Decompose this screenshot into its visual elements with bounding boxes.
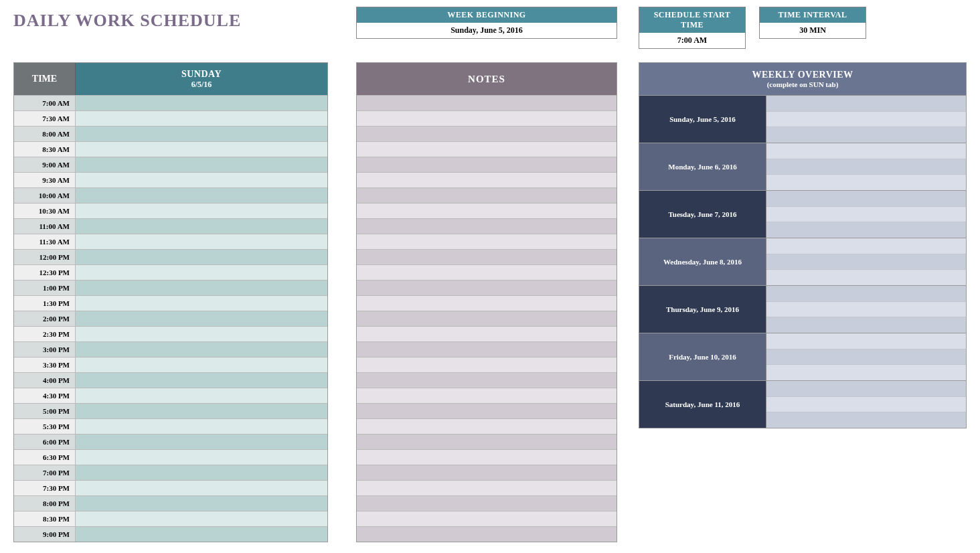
schedule-row: 1:30 PM bbox=[14, 295, 327, 311]
overview-slot[interactable] bbox=[766, 222, 966, 238]
time-interval-value[interactable]: 30 MIN bbox=[760, 23, 866, 38]
event-cell[interactable] bbox=[76, 404, 327, 418]
overview-slot[interactable] bbox=[766, 333, 966, 349]
note-row[interactable] bbox=[357, 311, 617, 326]
event-cell[interactable] bbox=[76, 450, 327, 465]
schedule-row: 12:30 PM bbox=[14, 264, 327, 280]
time-cell: 2:00 PM bbox=[14, 311, 76, 326]
note-row[interactable] bbox=[357, 341, 617, 357]
overview-slot[interactable] bbox=[766, 159, 966, 175]
overview-slot[interactable] bbox=[766, 397, 966, 413]
event-cell[interactable] bbox=[76, 465, 327, 480]
note-row[interactable] bbox=[357, 465, 617, 480]
overview-slot[interactable] bbox=[766, 381, 966, 397]
event-cell[interactable] bbox=[76, 511, 327, 526]
note-row[interactable] bbox=[357, 157, 617, 172]
event-cell[interactable] bbox=[76, 173, 327, 187]
overview-slot[interactable] bbox=[766, 207, 966, 223]
note-row[interactable] bbox=[357, 403, 617, 418]
event-cell[interactable] bbox=[76, 419, 327, 434]
event-cell[interactable] bbox=[76, 219, 327, 234]
overview-slot[interactable] bbox=[766, 127, 966, 143]
overview-row: Saturday, June 11, 2016 bbox=[639, 380, 966, 428]
note-row[interactable] bbox=[357, 280, 617, 295]
event-cell[interactable] bbox=[76, 204, 327, 218]
note-row[interactable] bbox=[357, 434, 617, 449]
overview-slot[interactable] bbox=[766, 175, 966, 190]
event-cell[interactable] bbox=[76, 527, 327, 542]
daily-schedule-table: TIME SUNDAY 6/5/16 7:00 AM7:30 AM8:00 AM… bbox=[13, 62, 328, 542]
time-cell: 1:30 PM bbox=[14, 296, 76, 311]
note-row[interactable] bbox=[357, 126, 617, 141]
event-cell[interactable] bbox=[76, 127, 327, 141]
event-cell[interactable] bbox=[76, 296, 327, 311]
note-row[interactable] bbox=[357, 372, 617, 388]
note-row[interactable] bbox=[357, 526, 617, 542]
overview-date: Tuesday, June 7, 2016 bbox=[639, 191, 766, 238]
time-cell: 8:00 PM bbox=[14, 496, 76, 511]
event-cell[interactable] bbox=[76, 311, 327, 326]
overview-slot[interactable] bbox=[766, 96, 966, 112]
note-row[interactable] bbox=[357, 95, 617, 110]
note-row[interactable] bbox=[357, 141, 617, 157]
notes-header: NOTES bbox=[357, 63, 617, 95]
overview-slot[interactable] bbox=[766, 365, 966, 380]
overview-slot[interactable] bbox=[766, 143, 966, 159]
event-cell[interactable] bbox=[76, 111, 327, 126]
overview-slot[interactable] bbox=[766, 349, 966, 366]
overview-slot[interactable] bbox=[766, 191, 966, 207]
note-row[interactable] bbox=[357, 495, 617, 511]
overview-slots bbox=[766, 143, 966, 190]
event-cell[interactable] bbox=[76, 496, 327, 511]
overview-slot[interactable] bbox=[766, 286, 966, 302]
event-cell[interactable] bbox=[76, 481, 327, 495]
time-interval-label: TIME INTERVAL bbox=[760, 7, 866, 23]
overview-slot[interactable] bbox=[766, 254, 966, 270]
note-row[interactable] bbox=[357, 388, 617, 403]
note-row[interactable] bbox=[357, 110, 617, 126]
note-row[interactable] bbox=[357, 234, 617, 249]
event-cell[interactable] bbox=[76, 434, 327, 449]
event-cell[interactable] bbox=[76, 142, 327, 157]
note-row[interactable] bbox=[357, 172, 617, 187]
time-cell: 11:30 AM bbox=[14, 234, 76, 249]
event-cell[interactable] bbox=[76, 188, 327, 203]
note-row[interactable] bbox=[357, 418, 617, 434]
overview-slot[interactable] bbox=[766, 302, 966, 318]
overview-slot[interactable] bbox=[766, 112, 966, 128]
event-cell[interactable] bbox=[76, 373, 327, 388]
note-row[interactable] bbox=[357, 449, 617, 465]
note-row[interactable] bbox=[357, 511, 617, 526]
note-row[interactable] bbox=[357, 218, 617, 234]
note-row[interactable] bbox=[357, 187, 617, 203]
event-cell[interactable] bbox=[76, 388, 327, 403]
event-cell[interactable] bbox=[76, 234, 327, 249]
overview-slot[interactable] bbox=[766, 317, 966, 333]
schedule-row: 8:30 PM bbox=[14, 511, 327, 526]
event-cell[interactable] bbox=[76, 358, 327, 372]
week-beginning-value[interactable]: Sunday, June 5, 2016 bbox=[357, 23, 617, 38]
note-row[interactable] bbox=[357, 480, 617, 495]
overview-slot[interactable] bbox=[766, 412, 966, 428]
event-cell[interactable] bbox=[76, 327, 327, 341]
overview-row: Wednesday, June 8, 2016 bbox=[639, 238, 966, 285]
schedule-start-value[interactable]: 7:00 AM bbox=[639, 33, 745, 48]
event-cell[interactable] bbox=[76, 281, 327, 295]
overview-slot[interactable] bbox=[766, 270, 966, 285]
note-row[interactable] bbox=[357, 295, 617, 311]
schedule-start-box: SCHEDULE START TIME 7:00 AM bbox=[639, 7, 746, 49]
note-row[interactable] bbox=[357, 249, 617, 264]
event-cell[interactable] bbox=[76, 157, 327, 172]
event-cell[interactable] bbox=[76, 342, 327, 357]
overview-slots bbox=[766, 333, 966, 380]
schedule-row: 9:30 AM bbox=[14, 172, 327, 187]
time-column-header: TIME bbox=[14, 63, 76, 95]
note-row[interactable] bbox=[357, 264, 617, 280]
event-cell[interactable] bbox=[76, 96, 327, 110]
event-cell[interactable] bbox=[76, 250, 327, 264]
event-cell[interactable] bbox=[76, 265, 327, 280]
note-row[interactable] bbox=[357, 357, 617, 372]
overview-slot[interactable] bbox=[766, 238, 966, 254]
note-row[interactable] bbox=[357, 326, 617, 341]
note-row[interactable] bbox=[357, 203, 617, 218]
